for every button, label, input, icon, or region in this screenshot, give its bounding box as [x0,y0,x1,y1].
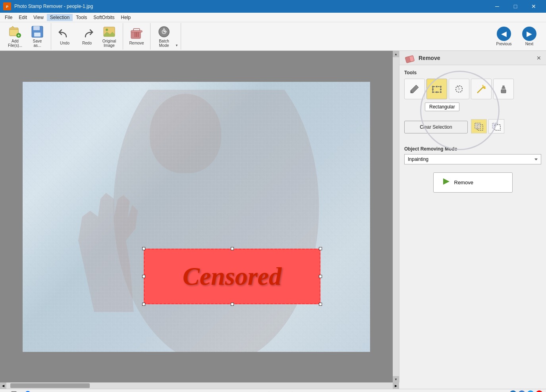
undo-button[interactable]: Undo [54,24,76,49]
previous-icon: ◀ [497,27,511,41]
original-image-button[interactable]: OriginalImage [98,24,120,49]
tools-row [404,79,541,99]
menu-tools[interactable]: Tools [73,14,90,21]
previous-button[interactable]: ◀ Previous [492,24,516,49]
stamp-icon [498,83,509,95]
svg-point-10 [106,29,108,31]
next-label: Next [525,42,534,46]
svg-point-29 [436,91,438,93]
zoom-fit-icon [11,391,17,392]
tool-rectangular[interactable] [426,79,447,99]
handle-mid-right[interactable] [319,275,322,278]
batch-mode-label: BatchMode [159,39,169,48]
save-as-button[interactable]: Saveas... [26,24,48,49]
remove-button-toolbar[interactable]: Remove [125,24,148,49]
svg-point-41 [502,90,505,91]
lasso-icon [453,83,465,95]
title-bar: P Photo Stamp Remover - people-1.jpg ─ □… [0,0,546,13]
info-icon[interactable]: i [509,390,517,392]
scroll-down-arrow[interactable]: ▼ [393,376,399,382]
toolbox-title-row: Remove [404,52,440,64]
svg-point-26 [436,86,438,87]
remove-action-button[interactable]: Remove [433,172,513,193]
selection-rectangle[interactable]: Censored [144,249,320,304]
maximize-button[interactable]: □ [506,0,525,13]
toolbox-close-button[interactable]: ✕ [536,55,541,61]
facebook-icon[interactable]: f [518,390,525,392]
handle-bot-mid[interactable] [231,303,234,306]
scroll-thumb-h[interactable] [10,383,90,388]
remove-icon [130,27,143,40]
scroll-track-v[interactable] [393,57,399,376]
clear-selection-button[interactable]: Clear Selection [404,121,468,133]
vertical-scrollbar[interactable]: ▲ ▼ [393,51,399,382]
toolbar-navigation: ◀ Previous ▶ Next [492,24,544,49]
add-files-icon: + [9,25,21,38]
handle-bot-right[interactable] [319,303,322,306]
svg-rect-8 [34,33,41,37]
toolbox-body: Tools [399,65,546,382]
toolbox-panel: Remove ✕ Tools [399,51,546,382]
batch-mode-button[interactable]: BatchMode [153,24,175,49]
selection-icons-row [471,119,504,133]
sel-subtract-button[interactable] [488,119,504,133]
menu-help[interactable]: Help [118,14,134,21]
close-button[interactable]: ✕ [525,0,543,13]
save-as-icon [31,25,44,38]
undo-icon [58,27,71,40]
svg-marker-47 [443,178,450,185]
menu-edit[interactable]: Edit [15,14,30,21]
original-image-icon [103,25,116,38]
undo-label: Undo [60,41,69,45]
remove-arrow-icon [442,177,451,188]
main-area: Censored ▲ ▼ [0,51,546,382]
image-container: Censored [0,51,393,382]
twitter-icon[interactable]: t [527,390,534,392]
original-image-label: OriginalImage [102,39,116,48]
selection-border [144,249,320,304]
tool-stamp[interactable] [493,79,514,99]
next-button[interactable]: ▶ Next [517,24,541,49]
svg-line-33 [477,87,483,93]
tool-pencil[interactable] [404,79,425,99]
clear-selection-row: Clear Selection [404,119,541,140]
menu-file[interactable]: File [2,14,15,21]
tools-section-label: Tools [404,70,541,75]
svg-point-28 [440,91,442,93]
minimize-button[interactable]: ─ [488,0,506,13]
tool-lasso[interactable] [449,79,469,99]
handle-top-right[interactable] [319,247,322,250]
arrow-right-icon [442,177,451,186]
add-files-button[interactable]: + AddFile(s)... [4,24,26,49]
scroll-up-arrow[interactable]: ▲ [393,51,399,57]
toolbar-group-batch: BatchMode ▼ [150,23,181,50]
sel-add-button[interactable] [471,119,487,133]
scroll-left-arrow[interactable]: ◀ [0,382,6,389]
remove-label-toolbar: Remove [129,41,144,45]
tool-magic-wand[interactable] [471,79,492,99]
batch-dropdown-arrow[interactable]: ▼ [175,44,178,47]
rectangular-icon [431,83,442,95]
toolbox-section-title: Remove [419,55,440,61]
svg-rect-44 [475,123,480,129]
svg-rect-15 [131,31,142,32]
handle-bot-left[interactable] [142,303,145,306]
menu-softorbits[interactable]: SoftOrbits [90,14,118,21]
redo-button[interactable]: Redo [76,24,98,49]
scroll-right-arrow[interactable]: ▶ [393,382,399,389]
sel-add-icon [474,122,484,131]
sel-subtract-icon [492,122,501,131]
menu-view[interactable]: View [30,14,47,21]
handle-top-mid[interactable] [231,247,234,250]
object-removing-mode-select[interactable]: Inpainting Content-Aware Fill Smart Fill [404,154,541,164]
youtube-icon[interactable]: ▶ [536,390,543,392]
zoom-slider[interactable] [19,391,50,392]
scroll-track-h[interactable] [6,382,393,389]
next-icon: ▶ [522,27,536,41]
canvas-area[interactable]: Censored ▲ ▼ [0,51,399,382]
toolbar-group-remove: Remove [123,23,150,50]
horizontal-scrollbar[interactable]: ◀ ▶ [0,382,399,389]
handle-top-left[interactable] [142,247,145,250]
handle-mid-left[interactable] [142,275,145,278]
menu-selection[interactable]: Selection [47,14,73,21]
